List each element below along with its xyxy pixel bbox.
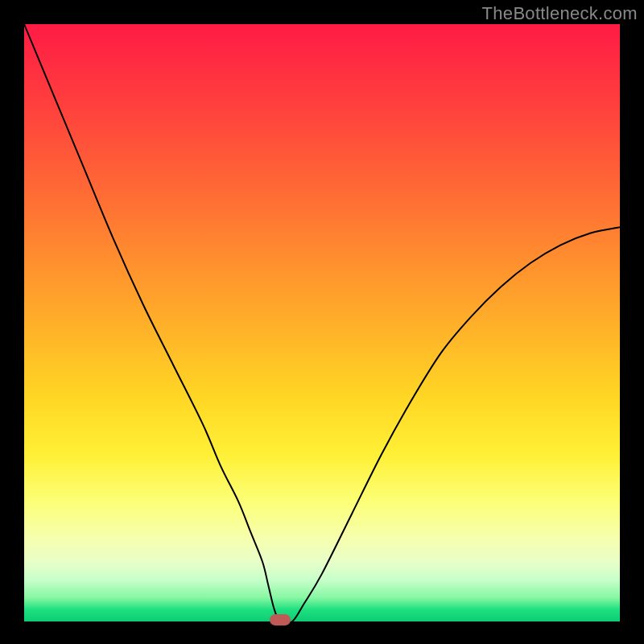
chart-plot-area xyxy=(24,24,620,621)
optimal-marker xyxy=(270,614,291,625)
watermark-text: TheBottleneck.com xyxy=(482,3,638,24)
bottleneck-curve xyxy=(24,24,620,621)
